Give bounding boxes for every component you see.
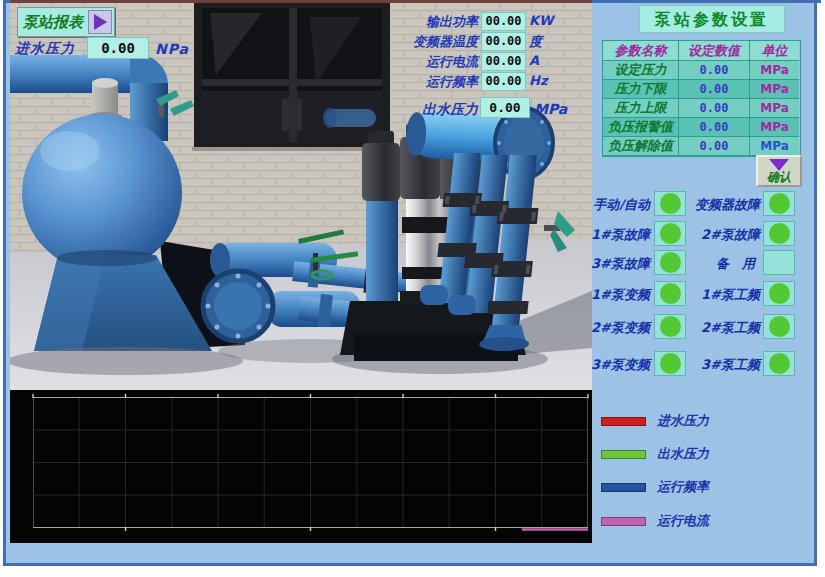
param-name: 设定压力: [603, 61, 679, 80]
param-name: 负压报警值: [603, 118, 679, 137]
down-triangle-icon: [769, 159, 789, 171]
outlet-pressure-value: 0.00: [480, 97, 530, 118]
status-label-manual-auto: 手动/自动: [576, 196, 650, 214]
table-row: 负压报警值 0.00 MPa: [603, 118, 800, 137]
lamp-dot: [769, 193, 790, 214]
param-unit: MPa: [750, 61, 799, 80]
table-header-row: 参数名称 设定数值 单位: [603, 41, 800, 61]
status-label-spare: 备 用: [660, 255, 755, 273]
status-label-pump3-vfd: 3#泵变频: [576, 356, 650, 374]
inverter-temp-label: 变频器温度: [383, 33, 478, 51]
running-freq-unit: Hz: [529, 73, 547, 88]
param-value-field[interactable]: 0.00: [679, 80, 750, 99]
param-value-field[interactable]: 0.00: [679, 118, 750, 137]
status-lamp-inverter-fault: [763, 191, 795, 216]
lamp-dot: [769, 223, 790, 244]
trend-chart: [10, 390, 592, 543]
header-param-name: 参数名称: [603, 41, 679, 61]
play-icon: [94, 14, 107, 30]
param-unit: MPa: [750, 99, 799, 118]
param-value-field[interactable]: 0.00: [679, 137, 750, 156]
inlet-pressure-value: 0.00: [87, 37, 149, 59]
parameter-table: 参数名称 设定数值 单位 设定压力 0.00 MPa 压力下限 0.00 MPa…: [602, 40, 801, 157]
inverter-temp-value: 00.00: [481, 32, 526, 51]
legend-label-running-current: 运行电流: [657, 512, 709, 530]
status-label-pump1-mains: 1#泵工频: [660, 286, 760, 304]
status-label-pump2-fault: 2#泵故障: [660, 226, 760, 244]
table-row: 压力下限 0.00 MPa: [603, 80, 800, 99]
legend-swatch-inlet-pressure: [601, 417, 646, 426]
confirm-button[interactable]: 确认: [756, 155, 802, 187]
report-arrow-box: [88, 10, 112, 34]
param-value-field[interactable]: 0.00: [679, 61, 750, 80]
inlet-pressure-label: 进水压力: [15, 40, 75, 58]
status-lamp-spare: [763, 250, 795, 275]
status-label-inverter-fault: 变频器故障: [660, 196, 760, 214]
flange-disc: [203, 271, 273, 341]
output-power-label: 输出功率: [383, 13, 478, 31]
status-label-pump1-fault: 1#泵故障: [576, 226, 650, 244]
running-current-value: 00.00: [481, 52, 526, 71]
status-label-pump1-vfd: 1#泵变频: [576, 286, 650, 304]
output-power-value: 00.00: [481, 12, 526, 31]
status-lamp-pump3-mains: [763, 351, 795, 376]
outlet-pressure-unit: MPa: [534, 101, 567, 117]
table-row: 设定压力 0.00 MPa: [603, 61, 800, 80]
grid-lines: [33, 397, 588, 528]
legend-label-running-frequency: 运行频率: [657, 478, 709, 496]
table-row: 压力上限 0.00 MPa: [603, 99, 800, 118]
status-label-pump2-mains: 2#泵工频: [660, 319, 760, 337]
param-unit: MPa: [750, 137, 799, 156]
status-label-pump2-vfd: 2#泵变频: [576, 319, 650, 337]
frame-top-strip: [592, 0, 821, 3]
lamp-dot: [769, 316, 790, 337]
legend-swatch-running-frequency: [601, 483, 646, 492]
legend-swatch-running-current: [601, 517, 646, 526]
param-value-field[interactable]: 0.00: [679, 99, 750, 118]
confirm-button-label: 确认: [767, 171, 791, 184]
inlet-pressure-unit: NPa: [155, 41, 189, 57]
table-row: 负压解除值 0.00 MPa: [603, 137, 800, 156]
status-lamp-pump1-mains: [763, 281, 795, 306]
status-lamp-pump2-mains: [763, 314, 795, 339]
param-name: 压力下限: [603, 80, 679, 99]
running-current-unit: A: [529, 53, 539, 68]
header-set-value: 设定数值: [679, 41, 750, 61]
status-label-pump3-mains: 3#泵工频: [660, 356, 760, 374]
lamp-dot: [769, 283, 790, 304]
inverter-temp-unit: 度: [529, 33, 542, 51]
lamp-dot: [769, 353, 790, 374]
window: [192, 3, 390, 151]
param-name: 压力上限: [603, 99, 679, 118]
param-name: 负压解除值: [603, 137, 679, 156]
pump-station-hmi: { "scene": { "report_button": {"label": …: [0, 0, 825, 577]
settings-panel-title: 泵站参数设置: [639, 5, 785, 33]
legend-label-inlet-pressure: 进水压力: [657, 412, 709, 430]
report-button[interactable]: 泵站报表: [17, 7, 115, 37]
running-freq-label: 运行频率: [383, 73, 478, 91]
param-unit: MPa: [750, 118, 799, 137]
legend-swatch-outlet-pressure: [601, 450, 646, 459]
status-lamp-pump2-fault: [763, 221, 795, 246]
header-unit: 单位: [750, 41, 799, 61]
running-current-label: 运行电流: [383, 53, 478, 71]
output-power-unit: KW: [529, 13, 553, 28]
param-unit: MPa: [750, 80, 799, 99]
report-button-label: 泵站报表: [18, 13, 88, 32]
legend-label-outlet-pressure: 出水压力: [657, 445, 709, 463]
outlet-pressure-label: 出水压力: [383, 101, 478, 119]
status-label-pump3-fault: 3#泵故障: [576, 255, 650, 273]
running-freq-value: 00.00: [481, 72, 526, 91]
trend-plot: [10, 390, 592, 543]
